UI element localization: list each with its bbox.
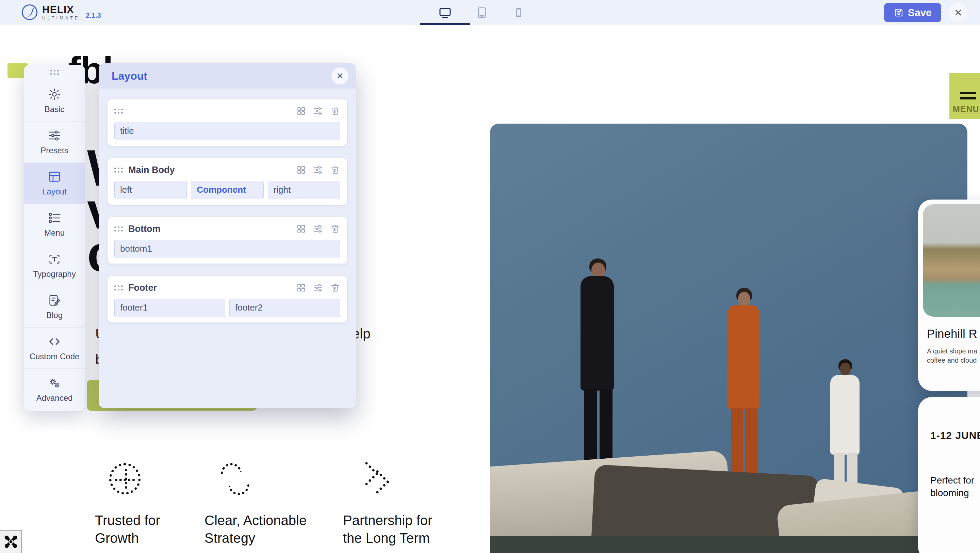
dotted-swirl-icon — [219, 463, 251, 496]
layout-icon — [48, 170, 61, 183]
feature-title-line: Strategy — [205, 529, 307, 547]
row-drag-handle[interactable] — [115, 226, 123, 231]
save-button[interactable]: Save — [884, 3, 941, 22]
feature-title-line: Growth — [95, 529, 160, 547]
row-settings-icon[interactable] — [313, 106, 323, 116]
layout-modal-body: title Main Body — [99, 89, 356, 328]
sidebar-item-presets[interactable]: Presets — [24, 121, 85, 163]
layout-column-footer1[interactable]: footer1 — [115, 299, 225, 317]
sidebar-item-label: Menu — [44, 228, 65, 238]
sidebar-item-typography[interactable]: Typography — [24, 245, 85, 286]
gear-icon — [48, 88, 61, 101]
device-preview-switcher — [436, 0, 528, 25]
layout-row: Bottom — [108, 211, 347, 270]
sidebar-item-custom-code[interactable]: Custom Code — [24, 328, 85, 369]
sidebar-item-layout[interactable]: Layout — [24, 163, 85, 204]
builder-close-button[interactable]: ✕ — [949, 3, 968, 22]
joomla-badge[interactable] — [0, 530, 22, 553]
drag-dots-icon — [50, 70, 59, 75]
version-badge: 2.1.3 — [86, 11, 101, 20]
dotted-circle-plus-icon — [109, 463, 142, 496]
layout-modal-close-button[interactable]: ✕ — [331, 67, 348, 84]
event-card-date: 1-12 JUNE — [930, 430, 980, 441]
sidebar-item-label: Advanced — [37, 393, 73, 403]
rock-shadow-strip — [490, 536, 967, 553]
row-settings-icon[interactable] — [313, 224, 323, 234]
sidebar-item-blog[interactable]: Blog — [24, 286, 85, 328]
layout-column-component[interactable]: Component — [191, 181, 263, 199]
sidebar-item-label: Basic — [45, 105, 65, 114]
layout-column-bottom1[interactable]: bottom1 — [115, 240, 340, 258]
sidebar-item-label: Layout — [42, 187, 67, 196]
row-drag-handle[interactable] — [115, 285, 123, 290]
row-settings-icon[interactable] — [313, 283, 323, 293]
code-icon — [48, 335, 61, 348]
hamburger-icon — [960, 92, 976, 102]
row-drag-handle[interactable] — [115, 167, 123, 173]
sidebar-item-label: Custom Code — [30, 352, 80, 361]
sliders-icon — [48, 129, 61, 142]
layout-column-footer2[interactable]: footer2 — [229, 299, 340, 317]
double-gear-icon — [48, 376, 61, 390]
resort-card-body-line: coffee and cloud — [927, 356, 980, 365]
sidebar-item-label: Blog — [46, 311, 63, 320]
device-mobile-button[interactable] — [509, 0, 528, 25]
builder-sidebar: Basic Presets Layout Menu Typography — [24, 65, 85, 411]
tablet-icon — [476, 6, 488, 19]
builder-topbar: HELIX ULTIMATE 2.1.3 Save ✕ — [0, 0, 980, 25]
feature-title-line: Trusted for — [95, 512, 160, 529]
sidebar-item-advanced[interactable]: Advanced — [24, 369, 85, 410]
resort-card-photo — [923, 204, 980, 317]
feature-item: Trusted for Growth — [95, 463, 160, 547]
floppy-disk-icon — [894, 8, 904, 18]
column-grid-icon[interactable] — [296, 283, 306, 293]
trash-icon[interactable] — [330, 165, 340, 175]
blog-document-pen-icon — [48, 293, 61, 307]
layout-modal-header: Layout ✕ — [99, 63, 356, 89]
trash-icon[interactable] — [330, 283, 340, 293]
menu-button[interactable]: MENU — [950, 73, 980, 119]
event-card: 1-12 JUNE Perfect for blooming — [918, 397, 980, 553]
sidebar-item-label: Typography — [33, 269, 76, 279]
row-title: Footer — [128, 283, 296, 293]
column-grid-icon[interactable] — [296, 106, 306, 116]
close-icon: ✕ — [336, 71, 344, 81]
menu-button-label: MENU — [953, 104, 979, 114]
row-drag-handle[interactable] — [115, 108, 123, 114]
typography-icon — [48, 252, 61, 266]
layout-row: title — [108, 93, 347, 152]
event-card-line: blooming — [930, 487, 980, 499]
layout-modal: Layout ✕ — [99, 63, 356, 408]
hero-video — [490, 124, 967, 553]
sidebar-item-basic[interactable]: Basic — [24, 80, 85, 121]
helix-brand: HELIX ULTIMATE 2.1.3 — [22, 5, 101, 20]
device-desktop-button[interactable] — [436, 0, 455, 25]
feature-title-line: Clear, Actionable — [205, 512, 307, 529]
layout-row: Main Body — [108, 152, 347, 211]
trash-icon[interactable] — [330, 106, 340, 116]
brand-subtitle: ULTIMATE — [42, 16, 80, 20]
column-grid-icon[interactable] — [296, 224, 306, 234]
helix-logo-icon — [22, 5, 37, 20]
event-card-line: Perfect for — [930, 474, 980, 487]
layout-row: Footer — [108, 270, 347, 328]
column-grid-icon[interactable] — [296, 165, 306, 175]
save-button-label: Save — [908, 7, 932, 18]
feature-title-line: Partnership for — [343, 512, 432, 529]
device-tablet-button[interactable] — [472, 0, 492, 25]
row-settings-icon[interactable] — [313, 165, 323, 175]
sidebar-drag-handle[interactable] — [24, 65, 85, 80]
mobile-icon — [513, 7, 524, 18]
layout-column-left[interactable]: left — [115, 181, 187, 199]
feature-item: Clear, Actionable Strategy — [205, 463, 307, 547]
layout-modal-title: Layout — [111, 70, 331, 83]
layout-column-right[interactable]: right — [268, 181, 340, 199]
trash-icon[interactable] — [330, 224, 340, 234]
feature-item: Partnership for the Long Term — [343, 463, 432, 547]
resort-card-body-line: A quiet slope ma — [927, 347, 980, 356]
sidebar-item-menu[interactable]: Menu — [24, 204, 85, 245]
joomla-icon — [4, 535, 18, 549]
feature-title-line: the Long Term — [343, 529, 432, 547]
resort-card: Pinehill R A quiet slope ma coffee and c… — [918, 199, 980, 391]
layout-column-title[interactable]: title — [115, 122, 340, 140]
